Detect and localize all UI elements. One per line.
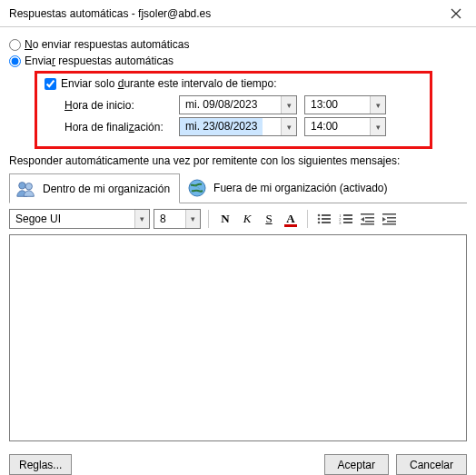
svg-point-2	[19, 182, 25, 188]
svg-rect-20	[361, 223, 374, 225]
italic-button[interactable]: K	[238, 210, 256, 228]
svg-rect-17	[361, 213, 374, 215]
people-icon	[15, 179, 37, 199]
start-time-label: Hora de inicio:	[64, 99, 172, 112]
svg-rect-23	[387, 217, 396, 219]
svg-marker-21	[361, 217, 364, 222]
svg-rect-14	[343, 218, 352, 220]
chevron-down-icon: ▾	[185, 210, 200, 228]
svg-rect-22	[382, 213, 396, 215]
svg-rect-19	[365, 221, 374, 223]
chevron-down-icon: ▾	[281, 118, 296, 135]
radio-send-auto-reply[interactable]: Enviar respuestas automáticas	[9, 54, 467, 67]
svg-rect-10	[322, 222, 331, 223]
chevron-down-icon: ▾	[134, 210, 149, 228]
font-size-combo[interactable]: 8▾	[154, 209, 201, 229]
svg-rect-6	[322, 214, 331, 216]
indent-button[interactable]	[381, 210, 399, 228]
tab-inside-org[interactable]: Dentro de mi organización	[9, 173, 180, 203]
close-icon[interactable]	[435, 0, 476, 27]
svg-point-3	[25, 183, 32, 189]
globe-icon	[186, 178, 208, 198]
chk-time-range[interactable]: Enviar solo durante este intervalo de ti…	[45, 77, 422, 90]
svg-rect-12	[343, 214, 352, 216]
cancel-button[interactable]: Cancelar	[396, 454, 467, 475]
start-date-combo[interactable]: mi. 09/08/2023 ▾	[179, 95, 297, 114]
svg-point-4	[189, 180, 205, 196]
svg-point-7	[318, 218, 321, 221]
svg-rect-18	[365, 217, 374, 219]
window-title: Respuestas automáticas - fjsoler@abd.es	[9, 7, 211, 20]
chevron-down-icon: ▾	[370, 118, 385, 135]
outdent-button[interactable]	[359, 210, 377, 228]
svg-rect-24	[387, 221, 396, 223]
radio-no-auto-reply[interactable]: No enviar respuestas automáticas	[9, 38, 467, 51]
tab-outside-org[interactable]: Fuera de mi organización (activado)	[180, 173, 397, 203]
underline-button[interactable]: S	[260, 210, 278, 228]
bold-button[interactable]: N	[216, 210, 234, 228]
svg-point-9	[318, 222, 321, 224]
rules-button[interactable]: Reglas...	[9, 454, 72, 475]
bullet-list-button[interactable]	[315, 210, 333, 228]
start-time-combo[interactable]: 13:00 ▾	[304, 95, 386, 114]
svg-rect-25	[382, 223, 396, 225]
end-time-combo[interactable]: 14:00 ▾	[304, 117, 386, 136]
svg-rect-16	[343, 222, 352, 223]
svg-rect-8	[322, 218, 331, 220]
chevron-down-icon: ▾	[281, 96, 296, 114]
editor-toolbar: Segoe UI▾ 8▾ N K S A 123	[9, 209, 467, 229]
svg-point-5	[318, 214, 321, 217]
svg-marker-26	[382, 217, 386, 222]
time-range-highlight: Enviar solo durante este intervalo de ti…	[35, 71, 432, 149]
reply-description: Responder automáticamente una vez por re…	[9, 154, 467, 167]
ok-button[interactable]: Aceptar	[324, 454, 389, 475]
svg-text:3: 3	[339, 221, 342, 225]
chevron-down-icon: ▾	[370, 96, 385, 114]
end-time-label: Hora de finalización:	[64, 121, 172, 134]
numbered-list-button[interactable]: 123	[337, 210, 355, 228]
end-date-combo[interactable]: mi. 23/08/2023 ▾	[179, 117, 297, 136]
font-family-combo[interactable]: Segoe UI▾	[9, 209, 150, 229]
font-color-button[interactable]: A	[282, 210, 300, 228]
message-editor[interactable]	[9, 234, 467, 441]
